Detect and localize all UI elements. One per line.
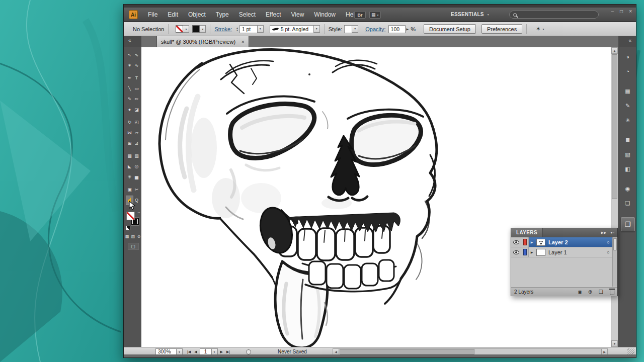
eyedropper-tool[interactable]: ◣ bbox=[126, 162, 133, 171]
type-tool[interactable]: T bbox=[133, 74, 140, 82]
delete-layer-button[interactable] bbox=[610, 290, 614, 295]
gradient-tool[interactable]: ▧ bbox=[133, 152, 140, 160]
menu-effect[interactable]: Effect bbox=[265, 10, 282, 19]
horizontal-scrollbar-thumb[interactable] bbox=[340, 349, 474, 354]
arrange-documents-button[interactable]: ▦ ▼ bbox=[369, 11, 381, 19]
layers-panel-tab[interactable]: LAYERS bbox=[511, 228, 543, 237]
select-similar-button[interactable]: ✶ ▼ bbox=[536, 26, 544, 32]
appearance-panel-icon[interactable]: ◉ bbox=[622, 183, 634, 194]
scroll-left-icon[interactable]: ◀ bbox=[333, 349, 339, 354]
opacity-link[interactable]: Opacity: bbox=[365, 26, 385, 32]
target-circle-icon[interactable]: ○ bbox=[604, 240, 612, 245]
collapse-toolbar-chevron[interactable]: « bbox=[128, 38, 131, 43]
direct-selection-tool[interactable]: ⇖ bbox=[133, 51, 140, 59]
pencil-tool[interactable]: ✏ bbox=[133, 95, 140, 104]
perspective-grid-tool[interactable]: ⊿ bbox=[133, 139, 140, 148]
magic-wand-tool[interactable]: ✶ bbox=[126, 61, 133, 70]
chevron-down-icon[interactable]: ▼ bbox=[352, 25, 358, 33]
expand-arrow-icon[interactable]: ▶ bbox=[529, 250, 535, 254]
gradient-mode-button[interactable]: ▧ bbox=[131, 234, 136, 239]
layers-scrollbar-thumb[interactable] bbox=[613, 238, 617, 250]
shape-builder-tool[interactable]: ⊞ bbox=[126, 139, 133, 148]
symbol-sprayer-tool[interactable]: ✳ bbox=[126, 173, 133, 182]
paintbrush-tool[interactable]: ✎ bbox=[126, 95, 133, 104]
lasso-tool[interactable]: ∿ bbox=[133, 61, 140, 70]
blob-brush-tool[interactable]: ● bbox=[126, 106, 133, 114]
line-segment-tool[interactable]: ╲ bbox=[126, 84, 133, 93]
fill-swatch[interactable] bbox=[126, 212, 135, 220]
expand-arrow-icon[interactable]: ▶ bbox=[529, 240, 535, 244]
rotate-tool[interactable]: ↻ bbox=[126, 118, 133, 127]
collapse-dock-chevron[interactable]: « bbox=[628, 38, 631, 43]
workspace-switcher[interactable]: ESSENTIALS ▼ bbox=[451, 8, 490, 21]
preferences-button[interactable]: Preferences bbox=[481, 24, 522, 34]
selection-tool[interactable]: ↖ bbox=[126, 51, 133, 59]
stroke-weight-field[interactable]: 1 pt bbox=[239, 25, 258, 33]
minimize-button[interactable]: – bbox=[611, 9, 614, 14]
chevron-down-icon[interactable]: ▼ bbox=[314, 25, 320, 33]
canvas[interactable] bbox=[141, 47, 611, 347]
width-tool[interactable]: ⋈ bbox=[126, 129, 133, 137]
eraser-tool[interactable]: ◪ bbox=[133, 106, 140, 114]
menu-select[interactable]: Select bbox=[238, 10, 257, 19]
default-fill-stroke-icon[interactable] bbox=[126, 226, 130, 230]
close-button[interactable]: × bbox=[629, 9, 632, 14]
opacity-field[interactable]: 100 bbox=[388, 25, 406, 33]
tab-close-icon[interactable]: × bbox=[242, 39, 245, 45]
target-circle-icon[interactable]: ○ bbox=[604, 250, 612, 255]
mesh-tool[interactable]: ▦ bbox=[126, 152, 133, 160]
menu-type[interactable]: Type bbox=[215, 10, 230, 19]
rectangle-tool[interactable]: ▭ bbox=[133, 84, 140, 93]
gradient-panel-icon[interactable]: ▧ bbox=[622, 149, 634, 160]
menu-view[interactable]: View bbox=[290, 10, 305, 19]
brush-definition-field[interactable]: 5 pt. Angled bbox=[270, 25, 314, 33]
layers-scrollbar[interactable] bbox=[612, 237, 617, 287]
stroke-panel-icon[interactable]: ≣ bbox=[622, 134, 634, 145]
bridge-icon[interactable]: Br bbox=[354, 11, 366, 19]
brushes-panel-icon[interactable]: ✎ bbox=[622, 100, 634, 111]
swatches-panel-icon[interactable]: ▦ bbox=[622, 85, 634, 97]
free-transform-tool[interactable]: ▱ bbox=[133, 129, 140, 137]
scale-tool[interactable]: ◰ bbox=[133, 118, 140, 127]
menu-object[interactable]: Object bbox=[187, 10, 207, 19]
menu-file[interactable]: File bbox=[147, 10, 158, 19]
menu-edit[interactable]: Edit bbox=[167, 10, 179, 19]
artboard-tool[interactable]: ▣ bbox=[126, 186, 133, 194]
new-layer-button[interactable]: ❏ bbox=[599, 289, 603, 295]
screen-mode-button[interactable]: ▢ bbox=[128, 243, 139, 250]
panel-menu-icon[interactable]: ▾≡ bbox=[610, 231, 614, 235]
layer-row-layer-2[interactable]: ▶Layer 2○ bbox=[511, 237, 612, 247]
layers-panel-icon[interactable]: ❐ bbox=[621, 217, 635, 231]
visibility-toggle[interactable] bbox=[511, 247, 521, 257]
symbols-panel-icon[interactable]: ✳ bbox=[622, 115, 634, 126]
panel-collapse-icon[interactable]: ▶▶ bbox=[601, 231, 607, 235]
column-graph-tool[interactable]: ▅ bbox=[133, 173, 140, 182]
pen-tool[interactable]: ✒ bbox=[126, 74, 133, 82]
scroll-down-icon[interactable]: ▼ bbox=[611, 340, 618, 347]
transparency-panel-icon[interactable]: ◧ bbox=[622, 163, 634, 174]
document-tab[interactable]: skull* @ 300% (RGB/Preview) × bbox=[156, 36, 249, 47]
opacity-spinner-icon[interactable]: ▶ bbox=[407, 27, 409, 31]
swap-fill-stroke-icon[interactable]: ↔ bbox=[137, 210, 141, 214]
none-mode-button[interactable]: ⊘ bbox=[136, 234, 141, 239]
search-input[interactable] bbox=[509, 11, 599, 19]
slice-tool[interactable]: ✂ bbox=[133, 186, 140, 194]
style-field[interactable] bbox=[344, 25, 352, 33]
stroke-link[interactable]: Stroke: bbox=[214, 26, 232, 32]
fill-color-dropdown[interactable]: ▼ bbox=[176, 25, 189, 33]
stroke-color-dropdown[interactable]: ▼ bbox=[192, 25, 206, 33]
scroll-up-icon[interactable]: ▲ bbox=[611, 47, 618, 54]
chevron-down-icon[interactable]: ▼ bbox=[258, 25, 264, 33]
scroll-right-icon[interactable]: ▶ bbox=[601, 349, 607, 354]
color-mode-button[interactable]: ▩ bbox=[125, 234, 130, 239]
maximize-button[interactable]: □ bbox=[620, 9, 623, 14]
color-guide-panel-icon[interactable]: ◔ bbox=[622, 66, 634, 77]
vertical-scrollbar[interactable]: ▲ ▼ bbox=[611, 47, 618, 347]
make-clipping-mask-button[interactable]: ◙ bbox=[579, 289, 582, 295]
blend-tool[interactable]: ◎ bbox=[133, 162, 140, 171]
graphic-styles-panel-icon[interactable]: ❏ bbox=[622, 198, 634, 209]
stroke-weight-stepper[interactable]: ▲▼ bbox=[236, 27, 238, 32]
layer-row-layer-1[interactable]: ▶Layer 1○ bbox=[511, 247, 612, 257]
menu-window[interactable]: Window bbox=[313, 10, 337, 19]
color-panel-icon[interactable]: ◑ bbox=[622, 51, 634, 62]
